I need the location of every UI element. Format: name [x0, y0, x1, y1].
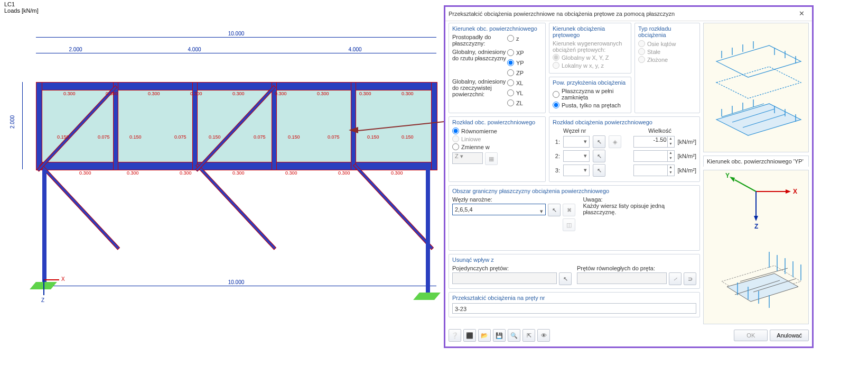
- axis-z-label: Z: [41, 297, 44, 303]
- load-label: 0.300: [232, 170, 245, 176]
- svg-text:Y: Y: [725, 172, 730, 179]
- load-label: 0.150: [402, 134, 414, 140]
- group-heading: Obszar graniczny płaszczyzny obciążenia …: [452, 188, 696, 194]
- load-label: 0.300: [106, 91, 118, 96]
- group-heading: Rozkład obc. powierzchniowego: [452, 119, 542, 125]
- group-member-load-direction: Kierunek obciążenia prętowego Kierunek w…: [549, 23, 631, 74]
- group-heading: Kierunek obciążenia prętowego: [553, 25, 628, 38]
- node-combo-1[interactable]: ▾: [563, 136, 590, 148]
- label: Kierunek wygenerowanych obciążeń prętowy…: [553, 40, 628, 53]
- group-heading: Przekształcić obciążenia na pręty nr: [452, 295, 696, 301]
- parallel-members-input[interactable]: [577, 272, 667, 284]
- node-combo-2[interactable]: ▾: [563, 150, 590, 162]
- load-label: 0.300: [190, 91, 202, 96]
- dim-line: [22, 82, 23, 169]
- axis-x-label: X: [61, 276, 65, 282]
- titlebar[interactable]: Przekształcić obciążenia powierzchniowe …: [445, 7, 812, 21]
- diagonal: [195, 163, 276, 250]
- group-heading: Usunąć wpływ z: [452, 257, 696, 263]
- unit-label: [kN/m²]: [678, 167, 696, 174]
- pick-nodes-button[interactable]: ↖: [548, 204, 561, 216]
- column: [42, 169, 46, 283]
- group-remove-influence: Usunąć wpływ z Pojedynczych prętów: ↖ Pr…: [449, 254, 700, 289]
- radio-xp[interactable]: XP: [507, 49, 524, 56]
- load-label: 0.300: [79, 170, 91, 176]
- single-members-input[interactable]: [452, 272, 557, 284]
- magnitude-2[interactable]: ▲▼: [633, 150, 675, 162]
- group-load-direction: Kierunek obc. powierzchniowego Prostopad…: [449, 23, 546, 113]
- load-label: 0.300: [359, 91, 371, 96]
- preview-bottom: X Y Z: [703, 170, 809, 324]
- calc-icon[interactable]: ⬛: [463, 329, 476, 342]
- load-label: 0.300: [63, 91, 76, 96]
- group-surface-load-values: Rozkład obciążenia powierzchniowego Węze…: [549, 116, 700, 182]
- magnitude-3[interactable]: ▲▼: [633, 165, 675, 176]
- load-label: 0.300: [180, 170, 192, 176]
- radio-uniform[interactable]: Równomierne: [452, 127, 542, 134]
- load-label: 0.075: [328, 134, 340, 140]
- model-viewport[interactable]: LC1 Loads [kN/m] 10.000 2.000 4.000 4.00…: [0, 0, 444, 374]
- radio-closed-plane[interactable]: Płaszczyzna w pełni zamknięta: [553, 88, 628, 101]
- pick-parallel-button[interactable]: ⟋: [669, 272, 682, 285]
- load-label: 0.150: [57, 134, 69, 140]
- pick-node-button[interactable]: ↖: [593, 135, 605, 148]
- corner-nodes-input[interactable]: 2,6,5,4▾: [452, 204, 546, 215]
- svg-marker-3: [730, 177, 735, 182]
- dim-total: 10.000: [36, 31, 436, 37]
- row-label: 3:: [553, 167, 560, 174]
- group-boundary: Obszar graniczny płaszczyzny obciążenia …: [449, 185, 700, 251]
- close-button[interactable]: ✕: [794, 7, 809, 21]
- radio-xl[interactable]: XL: [507, 79, 524, 86]
- radio-zl[interactable]: ZL: [507, 99, 524, 106]
- axes-icon[interactable]: ⇱: [522, 329, 535, 342]
- svg-line-2: [735, 180, 756, 191]
- group-convert-to-members: Przekształcić obciążenia na pręty nr 3-2…: [449, 292, 700, 317]
- radio-variable[interactable]: Zmienne w: [452, 143, 542, 150]
- col-header: Węzeł nr: [563, 127, 620, 134]
- dialog-footer: ❔ ⬛ 📂 💾 🔍 ⇱ 👁 OK Anulować: [449, 327, 809, 343]
- ok-button[interactable]: OK: [734, 330, 768, 341]
- radio-axes-angles: Osie kątów: [638, 40, 696, 47]
- radio-constant: Stałe: [638, 48, 696, 55]
- note-text: Każdy wiersz listy opisuje jedną płaszcz…: [583, 203, 696, 215]
- view-icon[interactable]: 👁: [537, 329, 550, 342]
- cancel-button[interactable]: Anulować: [770, 330, 809, 341]
- open-icon[interactable]: 📂: [478, 329, 491, 342]
- delete-row-button: ✖: [563, 204, 575, 216]
- radio-local-xyz: Lokalny w x, y, z: [553, 62, 628, 69]
- convert-surface-loads-dialog: Przekształcić obciążenia powierzchniowe …: [444, 5, 814, 348]
- radio-yl[interactable]: YL: [507, 89, 524, 96]
- svg-marker-1: [786, 189, 791, 194]
- svg-text:Z: Z: [754, 223, 758, 230]
- radio-empty-members[interactable]: Pusta, tylko na prętach: [553, 102, 628, 108]
- radio-yp[interactable]: YP: [507, 59, 524, 66]
- load-label: 0.300: [127, 170, 139, 176]
- col-header: Wielkość: [623, 127, 696, 134]
- group-heading: Rozkład obciążenia powierzchniowego: [553, 119, 696, 125]
- row-label: 1:: [553, 139, 560, 145]
- label: Prętów równoległych do pręta:: [577, 265, 696, 271]
- load-label: 0.150: [209, 134, 221, 140]
- save-icon[interactable]: 💾: [493, 329, 506, 342]
- zoom-icon[interactable]: 🔍: [508, 329, 520, 342]
- parallel-link-button[interactable]: ⊃: [684, 272, 696, 285]
- pick-members-button[interactable]: ↖: [559, 272, 572, 285]
- note-heading: Uwaga:: [583, 196, 696, 203]
- node-combo-3[interactable]: ▾: [563, 165, 590, 176]
- help-icon[interactable]: ❔: [449, 329, 461, 342]
- svg-text:X: X: [793, 188, 797, 195]
- dim-line: [36, 37, 436, 38]
- truss: [36, 82, 436, 299]
- vertical: [431, 82, 437, 170]
- callout-arrow-head: [349, 127, 358, 133]
- load-label: 0.300: [275, 91, 287, 96]
- group-heading: Typ rozkładu obciążenia: [638, 25, 696, 38]
- row-label: 2:: [553, 153, 560, 159]
- load-label: 0.075: [174, 134, 186, 140]
- target-members-input[interactable]: 3-23: [452, 303, 696, 314]
- magnitude-1[interactable]: -1.50▲▼: [633, 136, 675, 148]
- pick-node-button[interactable]: ↖: [593, 150, 605, 162]
- pick-node-button[interactable]: ↖: [593, 164, 605, 177]
- radio-zp[interactable]: ZP: [507, 69, 524, 76]
- radio-z[interactable]: z: [507, 35, 524, 42]
